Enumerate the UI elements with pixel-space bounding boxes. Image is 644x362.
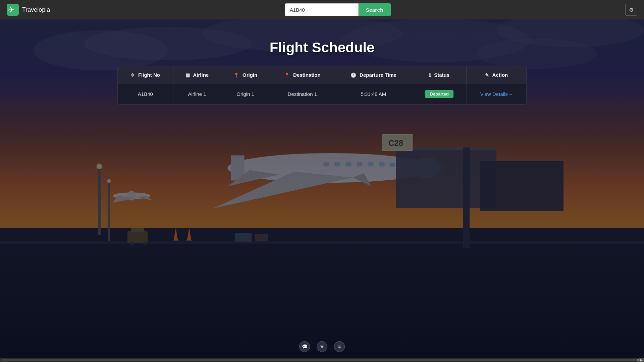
list-icon[interactable]: ≡	[334, 341, 345, 352]
col-header-status: ℹ Status	[412, 66, 466, 84]
settings-button[interactable]: ⚙	[625, 4, 637, 16]
search-button[interactable]: Search	[359, 3, 391, 16]
cell-action: View Details→	[467, 84, 526, 104]
col-header-action: ✎ Action	[467, 66, 526, 84]
col-header-origin: 📍 Origin	[221, 66, 270, 84]
scrollbar-track	[1, 359, 643, 361]
app-name: Travelopia	[22, 6, 50, 13]
brand: ✈ Travelopia	[7, 4, 50, 16]
flight-table: ✈ Flight No ▦ Airline 📍 Origin 📍 Destina…	[118, 66, 526, 104]
navbar: ✈ Travelopia Search ⚙	[0, 0, 644, 19]
info-icon: ℹ	[429, 72, 431, 78]
status-badge: Departed	[425, 90, 453, 98]
search-input[interactable]	[285, 3, 359, 16]
cell-status: Departed	[412, 84, 466, 104]
search-bar: Search	[285, 3, 391, 16]
bottom-icons: 💬 👁 ≡	[299, 341, 345, 352]
col-header-airline: ▦ Airline	[173, 66, 221, 84]
cell-destination: Destination 1	[270, 84, 335, 104]
col-header-flight-no: ✈ Flight No	[118, 66, 173, 84]
cell-airline: Airline 1	[173, 84, 221, 104]
airplane-icon: ✈	[131, 72, 135, 78]
table-body: A1B40 Airline 1 Origin 1 Destination 1 5…	[118, 84, 526, 104]
table-row: A1B40 Airline 1 Origin 1 Destination 1 5…	[118, 84, 526, 104]
pin-icon: 📍	[233, 72, 239, 78]
col-header-destination: 📍 Destination	[270, 66, 335, 84]
col-header-departure-time: 🕐 Departure Time	[335, 66, 412, 84]
chat-icon[interactable]: 💬	[299, 341, 310, 352]
scrollbar[interactable]: ▶	[0, 358, 644, 362]
cell-flight-no: A1B40	[118, 84, 173, 104]
edit-icon: ✎	[485, 72, 489, 78]
main-content: Flight Schedule ✈ Flight No ▦ Airline 📍 …	[0, 19, 644, 362]
table-header: ✈ Flight No ▦ Airline 📍 Origin 📍 Destina…	[118, 66, 526, 84]
location-icon: 📍	[284, 72, 290, 78]
page-title: Flight Schedule	[270, 40, 375, 56]
app-logo: ✈	[7, 4, 19, 16]
clock-icon: 🕐	[351, 72, 356, 78]
scroll-right-arrow[interactable]: ▶	[639, 358, 644, 362]
eye-icon[interactable]: 👁	[317, 341, 327, 352]
view-details-link[interactable]: View Details→	[480, 91, 513, 97]
cell-origin: Origin 1	[221, 84, 270, 104]
cell-departure-time: 5:31:48 AM	[335, 84, 412, 104]
gear-icon: ⚙	[629, 7, 634, 13]
flight-table-wrapper: ✈ Flight No ▦ Airline 📍 Origin 📍 Destina…	[117, 66, 527, 105]
svg-text:✈: ✈	[8, 6, 14, 14]
grid-icon: ▦	[185, 72, 190, 78]
